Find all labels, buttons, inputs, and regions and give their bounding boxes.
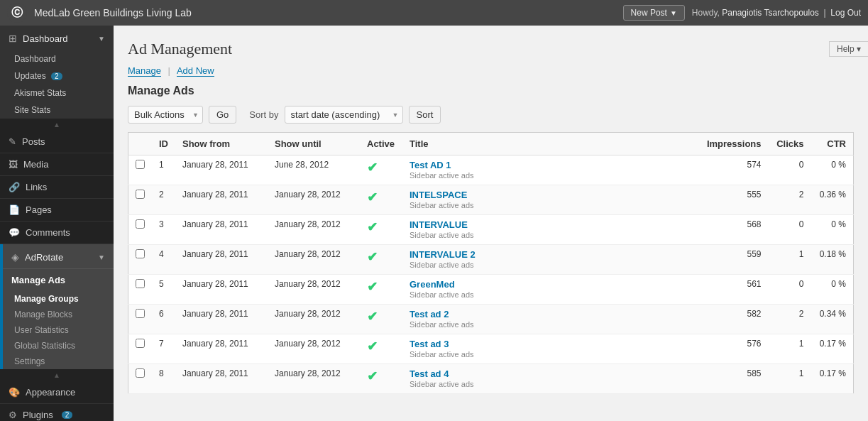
bulk-actions-select[interactable]: Bulk Actions — [128, 106, 203, 124]
new-post-arrow-icon: ▼ — [670, 9, 677, 17]
row-checkbox[interactable] — [136, 309, 145, 318]
comments-icon: 💬 — [9, 227, 20, 238]
row-title-cell: Test ad 3 Sidebar active ads — [402, 334, 698, 364]
wp-logo-icon[interactable]: ⓒ — [7, 3, 27, 23]
row-checkbox[interactable] — [136, 160, 145, 169]
sort-select[interactable]: start date (ascending) start date (desce… — [285, 106, 403, 124]
row-checkbox[interactable] — [136, 368, 145, 378]
row-active: ✔ — [360, 215, 402, 245]
adrotate-icon: ◈ — [11, 251, 19, 263]
row-impressions: 585 — [698, 364, 769, 394]
sidebar-manage-blocks[interactable]: Manage Blocks — [3, 307, 114, 322]
table-header-row: ID Show from Show until Active Title Imp… — [128, 133, 854, 155]
sidebar-manage-ads-header[interactable]: Manage Ads — [3, 269, 114, 291]
table-row: 1 January 28, 2011 June 28, 2012 ✔ Test … — [128, 155, 854, 185]
help-button[interactable]: Help ▾ — [829, 41, 868, 57]
ad-subtitle: Sidebar active ads — [410, 320, 474, 329]
links-icon: 🔗 — [9, 182, 20, 192]
row-ctr: 0.17 % — [811, 334, 854, 364]
ad-title-link[interactable]: Test AD 1 — [410, 160, 451, 170]
row-ctr: 0 % — [811, 155, 854, 185]
row-checkbox[interactable] — [136, 219, 145, 229]
sort-by-label: Sort by — [249, 109, 278, 120]
sidebar-item-comments[interactable]: 💬 Comments — [0, 222, 114, 244]
sidebar-item-posts[interactable]: ✎ Posts — [0, 131, 114, 153]
row-show-from: January 28, 2011 — [175, 245, 268, 275]
howdy-text: Howdy, Panagiotis Tsarchopoulos | Log Ou… — [692, 8, 861, 18]
page-nav: Manage | Add New — [128, 65, 854, 76]
sidebar-item-media[interactable]: 🖼 Media — [0, 153, 114, 176]
ad-title-link[interactable]: INTERVALUE — [410, 219, 468, 230]
row-id: 3 — [152, 215, 175, 245]
sidebar-collapse-bottom[interactable]: ▲ — [0, 369, 114, 381]
adrotate-arrow-icon: ▼ — [98, 253, 105, 261]
go-button[interactable]: Go — [209, 106, 236, 124]
ad-title-link[interactable]: INTERVALUE 2 — [410, 249, 476, 260]
table-row: 2 January 28, 2011 January 28, 2012 ✔ IN… — [128, 185, 854, 215]
sidebar-item-pages[interactable]: 📄 Pages — [0, 199, 114, 222]
logout-link[interactable]: Log Out — [830, 8, 861, 18]
row-title-cell: Test AD 1 Sidebar active ads — [402, 155, 698, 185]
sidebar-sub-akismet[interactable]: Akismet Stats — [0, 84, 114, 102]
row-title-cell: INTERVALUE 2 Sidebar active ads — [402, 245, 698, 275]
table-body: 1 January 28, 2011 June 28, 2012 ✔ Test … — [128, 155, 854, 394]
sidebar-collapse-top[interactable]: ▲ — [0, 119, 114, 131]
top-bar-right: New Post ▼ Howdy, Panagiotis Tsarchopoul… — [623, 5, 861, 21]
row-clicks: 0 — [769, 155, 811, 185]
ad-title-link[interactable]: GreenMed — [410, 279, 455, 290]
row-id: 4 — [152, 245, 175, 275]
page-title: Ad Management — [128, 40, 854, 58]
ad-subtitle: Sidebar active ads — [410, 261, 474, 269]
sidebar-item-links[interactable]: 🔗 Links — [0, 176, 114, 199]
add-new-link[interactable]: Add New — [177, 65, 214, 77]
sidebar-settings[interactable]: Settings — [3, 354, 114, 369]
ad-subtitle: Sidebar active ads — [410, 201, 474, 209]
row-checkbox[interactable] — [136, 249, 145, 258]
row-title-cell: Test ad 2 Sidebar active ads — [402, 305, 698, 334]
sidebar-sub-updates[interactable]: Updates 2 — [0, 67, 114, 84]
th-show-until: Show until — [268, 133, 360, 155]
plugins-badge: 2 — [62, 411, 73, 419]
th-active: Active — [360, 133, 402, 155]
row-title-cell: GreenMed Sidebar active ads — [402, 275, 698, 305]
active-checkmark-icon: ✔ — [367, 160, 378, 175]
row-id: 2 — [152, 185, 175, 215]
row-ctr: 0 % — [811, 275, 854, 305]
ad-subtitle: Sidebar active ads — [410, 171, 474, 180]
row-impressions: 559 — [698, 245, 769, 275]
row-checkbox[interactable] — [136, 279, 145, 288]
row-active: ✔ — [360, 155, 402, 185]
sidebar-adrotate-section: ◈ AdRotate ▼ Manage Ads Manage Groups Ma… — [0, 244, 114, 369]
row-impressions: 576 — [698, 334, 769, 364]
row-checkbox[interactable] — [136, 190, 145, 199]
sidebar-item-adrotate[interactable]: ◈ AdRotate ▼ — [3, 244, 114, 269]
ad-title-link[interactable]: Test ad 3 — [410, 339, 449, 349]
row-show-from: January 28, 2011 — [175, 185, 268, 215]
sidebar-item-appearance[interactable]: 🎨 Appearance — [0, 381, 114, 404]
row-show-until: June 28, 2012 — [268, 155, 360, 185]
th-id: ID — [152, 133, 175, 155]
row-clicks: 0 — [769, 275, 811, 305]
sidebar-sub-dashboard[interactable]: Dashboard — [0, 50, 114, 67]
sidebar-global-statistics[interactable]: Global Statistics — [3, 338, 114, 354]
ad-title-link[interactable]: Test ad 2 — [410, 309, 449, 319]
ad-title-link[interactable]: INTELSPACE — [410, 190, 467, 200]
sidebar-sub-sitestats[interactable]: Site Stats — [0, 102, 114, 119]
th-title: Title — [402, 133, 698, 155]
new-post-button[interactable]: New Post ▼ — [623, 5, 685, 21]
manage-link[interactable]: Manage — [128, 65, 161, 77]
sidebar-item-dashboard[interactable]: ⊞ Dashboard ▼ — [0, 26, 114, 50]
site-name: MedLab Green Buildings Living Lab — [34, 7, 623, 18]
sort-button[interactable]: Sort — [409, 106, 441, 124]
ad-title-link[interactable]: Test ad 4 — [410, 368, 449, 379]
sidebar-user-statistics[interactable]: User Statistics — [3, 322, 114, 338]
sidebar-manage-groups[interactable]: Manage Groups — [3, 291, 114, 307]
active-checkmark-icon: ✔ — [367, 339, 378, 354]
sidebar-item-plugins[interactable]: ⚙ Plugins 2 — [0, 404, 114, 421]
active-checkmark-icon: ✔ — [367, 250, 378, 264]
row-ctr: 0.34 % — [811, 305, 854, 334]
active-checkmark-icon: ✔ — [367, 369, 378, 383]
row-checkbox[interactable] — [136, 339, 145, 348]
user-profile-link[interactable]: Panagiotis Tsarchopoulos — [722, 8, 819, 18]
row-show-from: January 28, 2011 — [175, 215, 268, 245]
